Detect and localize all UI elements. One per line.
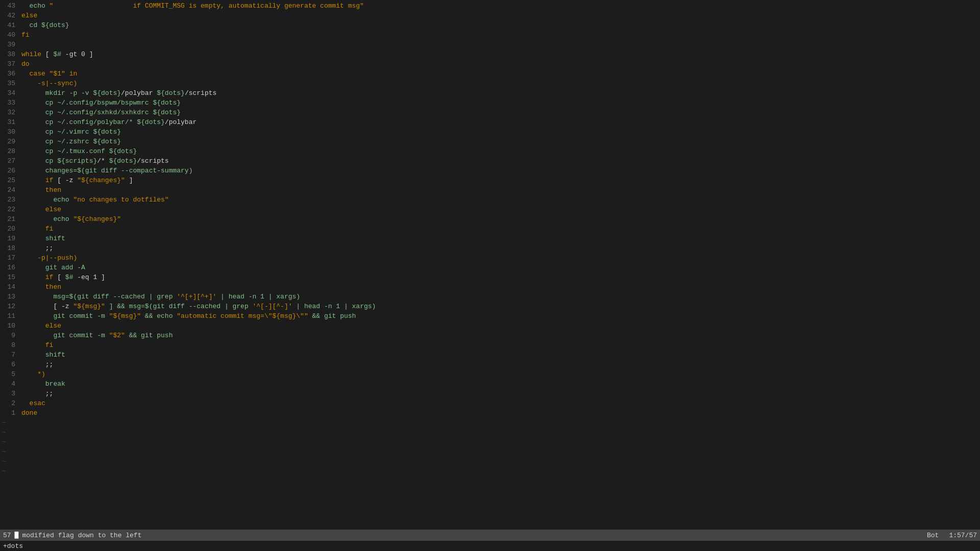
line-content: if [ $# -eq 1 ] (19, 272, 980, 282)
code-line: 8 fi (0, 340, 980, 350)
code-line: 33 cp ~/.config/bspwm/bspwmrc ${dots} (0, 98, 980, 108)
line-number: 35 (0, 79, 19, 88)
code-line: 42else (0, 11, 980, 20)
line-content: msg=$(git diff --cached | grep '^[+][^+]… (19, 292, 980, 302)
line-content: then (19, 185, 980, 195)
line-content: ;; (19, 389, 980, 398)
code-line: 30 cp ~/.vimrc ${dots} (0, 127, 980, 137)
line-number: 12 (0, 302, 19, 311)
code-line: 11 git commit -m "${msg}" && echo "autom… (0, 311, 980, 321)
line-number: 22 (0, 205, 19, 214)
line-content: echo "${changes}" (19, 214, 980, 224)
line-number: 26 (0, 166, 19, 176)
code-line: 31 cp ~/.config/polybar/* ${dots}/polyba… (0, 117, 980, 127)
tilde-line: ~ (0, 428, 980, 437)
line-number: 29 (0, 137, 19, 146)
code-line: 19 shift (0, 234, 980, 243)
status-line-number: 57 (3, 532, 11, 539)
line-number: 28 (0, 146, 19, 156)
cmd-left: +dots (3, 542, 23, 550)
code-line: 1done (0, 408, 980, 418)
status-line-col: 1:57/57 (949, 532, 977, 539)
code-line: 16 git add -A (0, 263, 980, 272)
line-content: cp ~/.config/bspwm/bspwmrc ${dots} (19, 98, 980, 108)
code-line: 38while [ $# -gt 0 ] (0, 49, 980, 59)
line-number: 10 (0, 321, 19, 331)
line-content: then (19, 282, 980, 292)
line-content: break (19, 379, 980, 389)
code-line: 28 cp ~/.tmux.conf ${dots} (0, 146, 980, 156)
line-content: git add -A (19, 263, 980, 272)
code-line: 3 ;; (0, 389, 980, 398)
status-right: Bot 1:57/57 (927, 532, 977, 539)
line-content: done (19, 408, 980, 418)
line-content: echo "no changes to dotfiles" (19, 195, 980, 205)
line-content: do (19, 59, 980, 69)
code-line: 26 changes=$(git diff --compact-summary) (0, 166, 980, 176)
line-number: 16 (0, 263, 19, 272)
code-line: 13 msg=$(git diff --cached | grep '^[+][… (0, 292, 980, 302)
line-number: 31 (0, 117, 19, 127)
line-number: 41 (0, 20, 19, 30)
line-number: 19 (0, 234, 19, 243)
command-line: +dots (0, 541, 980, 551)
line-content: echo " if COMMIT_MSG is empty, automatic… (19, 1, 980, 11)
code-line: 27 cp ${scripts}/* ${dots}/scripts (0, 156, 980, 166)
line-number: 42 (0, 11, 19, 20)
line-content: fi (19, 340, 980, 350)
line-number: 38 (0, 49, 19, 59)
line-content: cp ~/.config/polybar/* ${dots}/polybar (19, 117, 980, 127)
line-content: ;; (19, 243, 980, 253)
line-number: 11 (0, 311, 19, 321)
line-number: 36 (0, 69, 19, 79)
code-line: 34 mkdir -p -v ${dots}/polybar ${dots}/s… (0, 88, 980, 98)
code-line: 20 fi (0, 224, 980, 234)
line-content: *) (19, 369, 980, 379)
line-content: git commit -m "${msg}" && echo "automati… (19, 311, 980, 321)
line-content: cp ~/.tmux.conf ${dots} (19, 146, 980, 156)
code-line: 41 cd ${dots} (0, 20, 980, 30)
code-line: 9 git commit -m "$2" && git push (0, 331, 980, 340)
line-number: 5 (0, 369, 19, 379)
line-content: case "$1" in (19, 69, 980, 79)
code-line: 37do (0, 59, 980, 69)
line-number: 17 (0, 253, 19, 263)
line-number: 8 (0, 340, 19, 350)
code-line: 35 -s|--sync) (0, 79, 980, 88)
code-line: 39 (0, 40, 980, 49)
status-line: 57 █ modified flag down to the left Bot … (0, 530, 980, 541)
code-line: 23 echo "no changes to dotfiles" (0, 195, 980, 205)
line-number: 3 (0, 389, 19, 398)
line-content: cp ~/.config/sxhkd/sxhkdrc ${dots} (19, 108, 980, 117)
line-content: cd ${dots} (19, 20, 980, 30)
code-line: 29 cp ~/.zshrc ${dots} (0, 137, 980, 146)
line-content: [ -z "${msg}" ] && msg=$(git diff --cach… (19, 302, 980, 311)
line-content: else (19, 11, 980, 20)
code-line: 12 [ -z "${msg}" ] && msg=$(git diff --c… (0, 302, 980, 311)
line-number: 40 (0, 30, 19, 40)
status-modified-indicator: █ (13, 532, 20, 539)
line-number: 7 (0, 350, 19, 360)
code-line: 36 case "$1" in (0, 69, 980, 79)
line-number: 34 (0, 88, 19, 98)
line-number: 27 (0, 156, 19, 166)
code-line: 32 cp ~/.config/sxhkd/sxhkdrc ${dots} (0, 108, 980, 117)
line-number: 32 (0, 108, 19, 117)
code-line: 18 ;; (0, 243, 980, 253)
line-number: 21 (0, 214, 19, 224)
status-position: Bot (927, 532, 939, 539)
code-line: 15 if [ $# -eq 1 ] (0, 272, 980, 282)
code-line: 40fi (0, 30, 980, 40)
code-line: 2 esac (0, 398, 980, 408)
line-content: cp ~/.vimrc ${dots} (19, 127, 980, 137)
line-number: 30 (0, 127, 19, 137)
line-content: shift (19, 234, 980, 243)
line-content: ;; (19, 360, 980, 369)
line-number: 2 (0, 398, 19, 408)
status-message: modified flag down to the left (22, 532, 141, 539)
line-content: cp ~/.zshrc ${dots} (19, 137, 980, 146)
code-line: 21 echo "${changes}" (0, 214, 980, 224)
code-line: 25 if [ -z "${changes}" ] (0, 176, 980, 185)
line-content: else (19, 321, 980, 331)
line-number: 13 (0, 292, 19, 302)
